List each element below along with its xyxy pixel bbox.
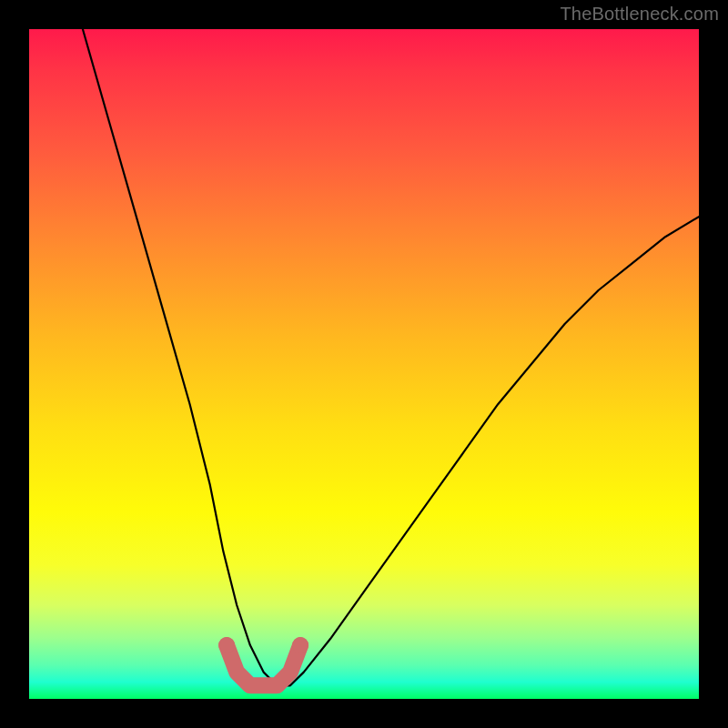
chart-frame: TheBottleneck.com (0, 0, 728, 728)
plot-area (29, 29, 699, 699)
highlight-band-line (227, 645, 300, 685)
watermark-text: TheBottleneck.com (560, 4, 719, 25)
highlight-end-dot (218, 637, 235, 653)
curve-layer (29, 29, 699, 699)
bottleneck-curve (83, 29, 699, 685)
highlight-band-dots (218, 637, 308, 653)
highlight-end-dot (292, 637, 308, 653)
